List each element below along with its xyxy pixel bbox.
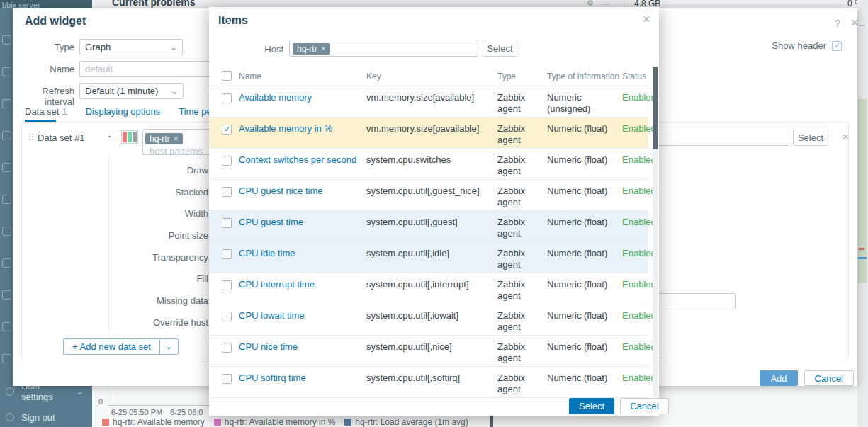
more-icon: … [601,0,610,7]
item-name-link[interactable]: CPU guest nice time [239,186,361,196]
table-row: CPU softirq timesystem.cpu.util[,softirq… [209,367,648,398]
field-label: Fill [22,273,208,295]
row-checkbox[interactable] [222,125,232,135]
item-status[interactable]: Enabled [622,92,656,103]
host-chip[interactable]: hq-rtr × [293,43,330,55]
sidebar-menu-icon[interactable] [2,163,11,172]
item-key: system.cpu.util[,softirq] [366,372,494,383]
item-patterns-input[interactable] [642,130,789,146]
zabbix-screen: bbix server User settings ⌄ Sign out Cur… [0,0,868,427]
column-header-name[interactable]: Name [239,72,261,81]
item-status[interactable]: Enabled [622,279,656,290]
host-select-button[interactable]: Select [483,40,517,57]
row-checkbox[interactable] [222,249,232,259]
item-status[interactable]: Enabled [622,217,656,227]
legend-swatch [214,419,221,426]
item-status[interactable]: Enabled [622,341,656,352]
cancel-button[interactable]: Cancel [620,398,668,414]
item-status[interactable]: Enabled [622,186,656,196]
collapse-chevron-icon[interactable]: ⌃ [106,134,113,144]
show-header-label: Show header [772,40,826,51]
row-checkbox[interactable] [222,312,232,321]
sidebar-menu-icon[interactable] [2,195,11,204]
item-status[interactable]: Enabled [622,154,656,165]
sidebar-menu-icon[interactable] [2,290,11,300]
close-icon[interactable]: × [643,12,650,27]
background-text-fragment [859,25,865,26]
row-checkbox[interactable] [222,218,232,228]
item-name-link[interactable]: Available memory [239,92,361,103]
item-name-link[interactable]: CPU guest time [239,217,361,227]
chip-remove-icon[interactable]: × [174,134,179,144]
chevron-down-icon[interactable]: ⌄ [159,338,179,355]
item-name-link[interactable]: CPU nice time [239,341,361,352]
item-status[interactable]: Enabled [622,310,656,321]
row-checkbox[interactable] [222,280,232,290]
remove-icon[interactable]: × [842,130,849,142]
add-new-data-set-label[interactable]: + Add new data set [63,338,159,355]
sidebar-menu-icon[interactable] [2,227,11,236]
sidebar-server-item[interactable]: bbix server [0,0,92,8]
legend-item: hq-rtr: Load average (1m avg) [344,417,468,427]
add-button[interactable]: Add [760,370,797,386]
sidebar-menu-icon[interactable] [2,67,11,76]
item-status[interactable]: Enabled [622,248,656,258]
sign-out-icon [6,413,14,421]
item-info: Numeric (float) [547,279,619,290]
chevron-down-icon: ⌄ [170,42,177,52]
sidebar-menu-icon[interactable] [2,354,11,363]
item-name-link[interactable]: CPU iowait time [239,310,361,321]
select-button[interactable]: Select [569,398,614,414]
host-field[interactable]: hq-rtr × [289,40,478,57]
item-name-link[interactable]: CPU idle time [239,248,361,258]
scrollbar-thumb[interactable] [653,67,658,149]
item-key: system.cpu.util[,idle] [366,248,494,258]
close-icon[interactable]: × [851,16,859,30]
field-label: Width [22,208,208,230]
sidebar-menu-icon[interactable] [2,35,11,45]
item-name-link[interactable]: Context switches per second [239,154,361,165]
item-type: Zabbix agent [497,372,543,395]
row-checkbox[interactable] [222,187,232,197]
item-name-link[interactable]: CPU interrupt time [239,279,361,290]
sidebar-menu-icon[interactable] [2,322,11,331]
tab-data-set[interactable]: Data set1 [25,106,67,117]
name-label: Name [13,64,74,74]
chip-remove-icon[interactable]: × [321,44,326,54]
show-header-checkbox[interactable] [832,41,842,51]
data-set-field-labels: DrawStackedWidthPoint sizeTransparencyFi… [22,165,208,339]
drag-handle-icon[interactable]: ⠿ [28,132,35,143]
row-checkbox[interactable] [222,156,232,166]
row-checkbox[interactable] [222,93,232,103]
y-axis-tick: 0 [98,397,103,406]
select-all-checkbox[interactable] [222,71,232,81]
refresh-interval-select[interactable]: Default (1 minute) ⌄ [79,83,184,99]
sidebar-menu-icon[interactable] [2,131,11,140]
column-header-status: Status [622,72,646,81]
cancel-button[interactable]: Cancel [804,370,854,386]
x-axis-tick: 6-25 05:50 PM [111,408,162,416]
item-name-link[interactable]: Available memory in % [239,123,361,134]
row-checkbox[interactable] [222,374,232,384]
host-chip-label: hq-rtr [150,134,170,144]
sidebar-item-sign-out[interactable]: Sign out [0,406,92,427]
color-swatch[interactable] [121,130,138,144]
item-info: Numeric (float) [547,123,619,135]
column-header-key[interactable]: Key [366,72,381,81]
tab-displaying-options[interactable]: Displaying options [86,106,161,117]
item-status[interactable]: Enabled [622,123,656,134]
item-info: Numeric (float) [547,372,619,384]
table-row: CPU guest timesystem.cpu.util[,guest]Zab… [209,211,648,242]
host-chip[interactable]: hq-rtr × [145,133,183,144]
type-select[interactable]: Graph ⌄ [79,39,183,55]
table-row: Available memory in %vm.memory.size[pava… [209,118,648,149]
item-status[interactable]: Enabled [622,372,656,383]
help-icon[interactable]: ? [835,18,840,29]
row-checkbox[interactable] [222,343,232,353]
sidebar-menu-icon[interactable] [2,99,11,108]
item-select-button[interactable]: Select [793,130,828,146]
sidebar-menu-icon[interactable] [2,258,11,268]
item-type: Zabbix agent [497,154,543,177]
item-name-link[interactable]: CPU softirq time [239,372,361,383]
item-info: Numeric (float) [547,310,619,321]
